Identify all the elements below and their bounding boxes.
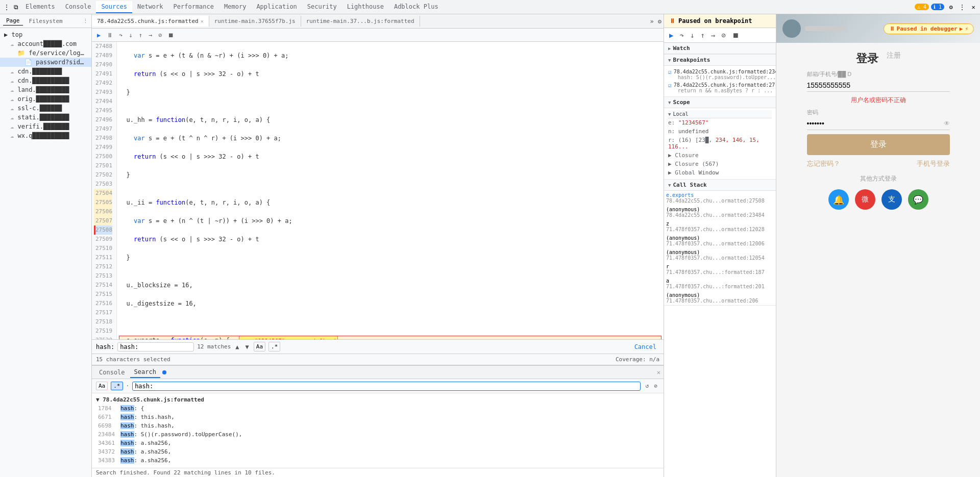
tree-top[interactable]: ▶ top: [0, 30, 91, 39]
tab-performance[interactable]: Performance: [168, 1, 219, 13]
step-icon[interactable]: ⚡: [965, 26, 968, 32]
result-line[interactable]: 6698 hash: this.hash,: [92, 421, 664, 430]
editor-tab-runtime1[interactable]: runtime-main.37655f7b.js: [209, 16, 301, 27]
step-btn[interactable]: →: [146, 31, 154, 40]
scope-closure-label[interactable]: ▶ Closure: [668, 152, 699, 159]
bottom-panel-close-btn[interactable]: ✕: [657, 369, 660, 376]
search-matchcase-option[interactable]: Aa: [96, 382, 108, 390]
search-prev-btn[interactable]: ▲: [234, 343, 240, 351]
editor-tab-main[interactable]: 78.4da22c55.chunk.js:formatted ✕: [92, 16, 209, 27]
tree-land[interactable]: ☁ land.█████████: [0, 85, 91, 94]
debug-step-btn[interactable]: →: [709, 30, 717, 40]
step-out-btn[interactable]: ↑: [137, 31, 144, 40]
tree-password-file[interactable]: 📄 password?sid=passporte: [0, 58, 91, 67]
password-toggle-icon[interactable]: 👁: [944, 120, 950, 127]
more-tabs-icon[interactable]: »: [648, 16, 656, 27]
site-forgot-pwd-link[interactable]: 忘记密码？: [807, 159, 840, 168]
result-file-header[interactable]: ▼ 78.4da22c55.chunk.js:formatted: [92, 395, 664, 404]
tree-orig[interactable]: ☁ orig.█████████: [0, 94, 91, 104]
bottom-tab-search[interactable]: Search: [130, 367, 160, 378]
scope-closure2-label[interactable]: ▶ Closure (567): [668, 161, 719, 167]
debug-deactivate-btn[interactable]: ⊘: [719, 30, 727, 40]
step-over-btn[interactable]: ↷: [117, 31, 125, 40]
search-cancel-btn[interactable]: Cancel: [631, 342, 659, 352]
social-alipay-icon[interactable]: 支: [881, 189, 902, 210]
editor-tab-runtime2[interactable]: runtime-main.37...b.js:formatted: [301, 16, 420, 27]
tree-account[interactable]: ☁ account█████.com: [0, 39, 91, 48]
callstack-item-6[interactable]: a 71.478f0357.chu...:formatted:201: [664, 277, 776, 291]
callstack-item-3[interactable]: (anonymous) 71.478f0357.chu...ormatted:1…: [664, 234, 776, 248]
more-icon[interactable]: ⋮: [958, 3, 967, 12]
settings-icon[interactable]: ⚙: [946, 3, 955, 12]
sidebar-more-icon[interactable]: ⋮: [83, 18, 88, 24]
search-refresh-btn[interactable]: ↺: [644, 382, 651, 390]
bottom-tab-console[interactable]: Console: [95, 367, 129, 378]
resume-icon[interactable]: ▶: [960, 26, 963, 32]
callstack-item-0[interactable]: e.exports 78.4da22c55.chu...ormatted:275…: [664, 191, 776, 205]
callstack-item-1[interactable]: (anonymous) 78.4da22c55.chu...ormatted:2…: [664, 205, 776, 219]
result-line[interactable]: 1784 hash: {: [92, 404, 664, 413]
search-matchcase-btn[interactable]: Aa: [254, 342, 265, 352]
tab-security[interactable]: Security: [302, 1, 342, 13]
scope-global-label[interactable]: ▶ Global: [668, 169, 695, 176]
callstack-item-5[interactable]: r 71.478f0357.chu...:formatted:187: [664, 262, 776, 277]
bp-checkbox-2[interactable]: ☑: [668, 82, 672, 89]
result-line[interactable]: 34372 hash: a.sha256,: [92, 447, 664, 456]
watch-header[interactable]: ▶ Watch: [664, 43, 776, 54]
devtools-menu-icon[interactable]: ⋮: [2, 3, 11, 12]
code-area[interactable]: 27488274892749027491 2749227493274942749…: [92, 42, 664, 339]
callstack-header[interactable]: ▼ Call Stack: [664, 180, 776, 191]
tab-memory[interactable]: Memory: [219, 1, 251, 13]
bp-checkbox-1[interactable]: ☑: [668, 69, 672, 76]
result-line[interactable]: 34383 hash: a.sha256,: [92, 456, 664, 465]
tree-cdn1[interactable]: ☁ cdn.████████: [0, 67, 91, 76]
tab-console[interactable]: Console: [60, 1, 96, 13]
sidebar-tab-filesystem[interactable]: Filesystem: [26, 17, 66, 26]
search-clear-btn[interactable]: ⊘: [652, 382, 659, 390]
tree-cdn2[interactable]: ☁ cdn.██████████: [0, 76, 91, 85]
debug-resume-btn[interactable]: ▶: [667, 30, 675, 40]
sidebar-tab-page[interactable]: Page: [3, 16, 23, 26]
tab-sources[interactable]: Sources: [96, 1, 132, 13]
search-regex-option[interactable]: .*: [111, 382, 122, 390]
tree-login-folder[interactable]: 📁 fe/service/login: [0, 48, 91, 58]
tree-verifi[interactable]: ☁ verifi.███████: [0, 122, 91, 131]
site-password-input[interactable]: [807, 117, 944, 130]
site-login-btn[interactable]: 登录: [807, 134, 950, 155]
debug-step-over-btn[interactable]: ↷: [677, 30, 685, 40]
resume-btn[interactable]: ▶: [95, 31, 103, 40]
deactivate-breakpoints-btn[interactable]: ⊘: [156, 31, 164, 40]
search-regex-btn[interactable]: .*: [268, 342, 280, 352]
tab-application[interactable]: Application: [251, 1, 302, 13]
pause-btn[interactable]: ⏸: [105, 31, 115, 40]
tree-stati[interactable]: ☁ stati.████████: [0, 113, 91, 122]
breakpoints-header[interactable]: ▼ Breakpoints: [664, 55, 776, 66]
local-header[interactable]: ▼ Local: [668, 110, 772, 118]
step-into-btn[interactable]: ↓: [127, 31, 134, 40]
tab-network[interactable]: Network: [132, 1, 168, 13]
bottom-search-input[interactable]: [135, 383, 638, 390]
tab-adblock[interactable]: Adblock Plus: [389, 1, 444, 13]
site-phone-login-link[interactable]: 手机号登录: [917, 159, 950, 168]
close-icon[interactable]: ✕: [969, 3, 978, 12]
social-wechat-icon[interactable]: 💬: [908, 189, 928, 210]
tree-wx[interactable]: ☁ wx.q██████████: [0, 131, 91, 140]
search-input[interactable]: [120, 343, 191, 350]
callstack-item-7[interactable]: (anonymous) 71.478f0357.chu...ormatted:2…: [664, 291, 776, 305]
result-line[interactable]: 6671 hash: this.hash,: [92, 413, 664, 421]
result-line[interactable]: 23484 hash: S()(r.password).toUpperCase(…: [92, 430, 664, 439]
debug-step-out-btn[interactable]: ↑: [698, 30, 706, 40]
callstack-item-2[interactable]: z 71.478f0357.chu...ormatted:12028: [664, 219, 776, 234]
site-phone-input[interactable]: [807, 79, 950, 92]
tab-elements[interactable]: Elements: [20, 1, 60, 13]
tree-ssl[interactable]: ☁ ssl-c.██████: [0, 104, 91, 113]
scope-header[interactable]: ▼ Scope: [664, 97, 776, 108]
social-weibo-icon[interactable]: 微: [855, 189, 875, 210]
debug-stop-btn[interactable]: ⏹: [730, 30, 741, 40]
editor-settings-icon[interactable]: ⚙: [656, 16, 664, 27]
result-line[interactable]: 34361 hash: a.sha256,: [92, 439, 664, 447]
stop-btn[interactable]: ⏹: [166, 31, 176, 40]
tab-close-icon[interactable]: ✕: [201, 18, 204, 24]
tab-lighthouse[interactable]: Lighthouse: [342, 1, 389, 13]
debug-step-into-btn[interactable]: ↓: [688, 30, 696, 40]
